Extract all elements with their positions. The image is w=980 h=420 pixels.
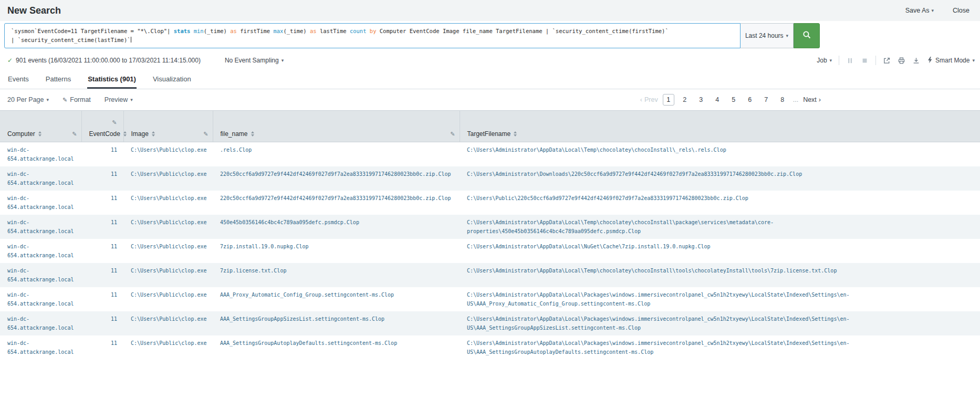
table-body: win-dc-654.attackrange.local11C:\Users\P… xyxy=(0,142,980,360)
cell-image[interactable]: C:\Users\Public\clop.exe xyxy=(123,335,213,360)
tab-statistics-901[interactable]: Statistics (901) xyxy=(87,70,137,89)
search-bar: `sysmon`EventCode=11 TargetFilename = "*… xyxy=(4,23,820,48)
cell-file-name[interactable]: .rels.Clop xyxy=(213,142,460,167)
column-header-file_name[interactable]: file_name✎ xyxy=(213,111,460,142)
pause-job-icon[interactable] xyxy=(846,57,854,65)
cell-target-filename[interactable]: C:\Users\Administrator\Downloads\220c50c… xyxy=(460,166,980,191)
cell-eventcode[interactable]: 11 xyxy=(81,311,123,335)
sort-icon[interactable] xyxy=(251,131,254,136)
edit-column-icon[interactable]: ✎ xyxy=(450,131,455,138)
sort-icon[interactable] xyxy=(38,131,41,136)
table-row: win-dc-654.attackrange.local11C:\Users\P… xyxy=(0,287,980,311)
cell-target-filename[interactable]: C:\Users\Administrator\AppData\Local\Tem… xyxy=(460,263,980,287)
search-button[interactable] xyxy=(794,23,820,48)
column-label: Image xyxy=(131,130,149,138)
sort-icon[interactable] xyxy=(514,131,517,136)
page-button-7[interactable]: 7 xyxy=(760,94,772,106)
cell-target-filename[interactable]: C:\Users\Administrator\AppData\Local\Tem… xyxy=(460,215,980,239)
cell-file-name[interactable]: AAA_SettingsGroupAutoplayDefaults.settin… xyxy=(213,335,460,360)
cell-eventcode[interactable]: 11 xyxy=(81,239,123,263)
cell-computer[interactable]: win-dc-654.attackrange.local xyxy=(0,311,81,335)
edit-column-icon[interactable]: ✎ xyxy=(72,131,77,138)
search-mode-menu[interactable]: Smart Mode ▾ xyxy=(927,56,975,65)
tab-events[interactable]: Events xyxy=(7,70,29,89)
cell-image[interactable]: C:\Users\Public\clop.exe xyxy=(123,166,213,191)
cell-computer[interactable]: win-dc-654.attackrange.local xyxy=(0,142,81,167)
cell-file-name[interactable]: 7zip.license.txt.Clop xyxy=(213,263,460,287)
cell-image[interactable]: C:\Users\Public\clop.exe xyxy=(123,191,213,215)
print-icon[interactable] xyxy=(898,57,905,65)
sort-icon[interactable] xyxy=(152,131,155,136)
format-menu[interactable]: ✎ Format xyxy=(62,96,91,103)
share-icon[interactable] xyxy=(883,57,891,65)
cell-image[interactable]: C:\Users\Public\clop.exe xyxy=(123,142,213,167)
column-label: Computer xyxy=(7,130,35,138)
time-range-picker[interactable]: Last 24 hours ▾ xyxy=(741,23,794,48)
cell-eventcode[interactable]: 11 xyxy=(81,142,123,167)
cell-eventcode[interactable]: 11 xyxy=(81,335,123,360)
job-menu[interactable]: Job ▾ xyxy=(817,57,832,64)
cell-computer[interactable]: win-dc-654.attackrange.local xyxy=(0,263,81,287)
page-button-5[interactable]: 5 xyxy=(728,94,739,106)
smart-mode-bolt-icon xyxy=(927,56,933,65)
cell-target-filename[interactable]: C:\Users\Administrator\AppData\Local\NuG… xyxy=(460,239,980,263)
edit-column-icon[interactable]: ✎ xyxy=(112,119,117,126)
cell-image[interactable]: C:\Users\Public\clop.exe xyxy=(123,263,213,287)
cell-computer[interactable]: win-dc-654.attackrange.local xyxy=(0,215,81,239)
page-button-6[interactable]: 6 xyxy=(744,94,756,106)
cell-file-name[interactable]: 450e45b0356146c4bc4c789aa095defc.psmdcp.… xyxy=(213,215,460,239)
cell-file-name[interactable]: AAA_Proxy_Automatic_Config_Group.setting… xyxy=(213,287,460,311)
cell-target-filename[interactable]: C:\Users\Administrator\AppData\Local\Pac… xyxy=(460,311,980,335)
cell-target-filename[interactable]: C:\Users\Public\220c50ccf6a9d9727e9f442d… xyxy=(460,191,980,215)
cell-target-filename[interactable]: C:\Users\Administrator\AppData\Local\Tem… xyxy=(460,142,980,167)
table-header-row: Computer✎✎EventCodeImage✎file_name✎Targe… xyxy=(0,111,980,142)
cell-image[interactable]: C:\Users\Public\clop.exe xyxy=(123,311,213,335)
column-header-eventcode[interactable]: ✎EventCode xyxy=(81,111,123,142)
sort-icon[interactable] xyxy=(123,131,127,136)
cell-eventcode[interactable]: 11 xyxy=(81,191,123,215)
page-button-3[interactable]: 3 xyxy=(695,94,707,106)
next-page-button[interactable]: Next › xyxy=(803,96,821,103)
cell-image[interactable]: C:\Users\Public\clop.exe xyxy=(123,239,213,263)
divider xyxy=(839,56,839,65)
page-button-8[interactable]: 8 xyxy=(777,94,788,106)
cell-file-name[interactable]: 220c50ccf6a9d9727e9f442df42469f027d9f7a2… xyxy=(213,191,460,215)
cell-image[interactable]: C:\Users\Public\clop.exe xyxy=(123,287,213,311)
cell-computer[interactable]: win-dc-654.attackrange.local xyxy=(0,191,81,215)
export-icon[interactable] xyxy=(912,57,920,65)
cell-eventcode[interactable]: 11 xyxy=(81,263,123,287)
page-button-2[interactable]: 2 xyxy=(679,94,691,106)
cell-eventcode[interactable]: 11 xyxy=(81,287,123,311)
cell-target-filename[interactable]: C:\Users\Administrator\AppData\Local\Pac… xyxy=(460,287,980,311)
cell-file-name[interactable]: AAA_SettingsGroupAppSizesList.settingcon… xyxy=(213,311,460,335)
per-page-menu[interactable]: 20 Per Page ▾ xyxy=(7,96,49,103)
prev-page-button: ‹ Prev xyxy=(640,96,658,103)
column-header-target[interactable]: TargetFilename xyxy=(460,111,980,142)
cell-eventcode[interactable]: 11 xyxy=(81,215,123,239)
cell-computer[interactable]: win-dc-654.attackrange.local xyxy=(0,335,81,360)
stop-job-icon[interactable] xyxy=(861,57,869,65)
tab-patterns[interactable]: Patterns xyxy=(45,70,71,89)
cell-eventcode[interactable]: 11 xyxy=(81,166,123,191)
close-button[interactable]: Close xyxy=(953,7,969,14)
search-query: `sysmon`EventCode=11 TargetFilename = "*… xyxy=(11,27,734,45)
cell-image[interactable]: C:\Users\Public\clop.exe xyxy=(123,215,213,239)
column-header-computer[interactable]: Computer✎ xyxy=(0,111,81,142)
save-as-button[interactable]: Save As ▾ xyxy=(905,7,934,14)
page-button-4[interactable]: 4 xyxy=(712,94,723,106)
cell-file-name[interactable]: 220c50ccf6a9d9727e9f442df42469f027d9f7a2… xyxy=(213,166,460,191)
edit-column-icon[interactable]: ✎ xyxy=(203,131,208,138)
page-button-1[interactable]: 1 xyxy=(663,94,674,106)
search-input[interactable]: `sysmon`EventCode=11 TargetFilename = "*… xyxy=(4,23,741,48)
preview-menu[interactable]: Preview ▾ xyxy=(105,96,133,103)
cell-computer[interactable]: win-dc-654.attackrange.local xyxy=(0,287,81,311)
caret-down-icon: ▾ xyxy=(830,58,832,63)
cell-file-name[interactable]: 7zip.install.19.0.nupkg.Clop xyxy=(213,239,460,263)
cell-target-filename[interactable]: C:\Users\Administrator\AppData\Local\Pac… xyxy=(460,335,980,360)
tab-visualization[interactable]: Visualization xyxy=(152,70,192,89)
cell-computer[interactable]: win-dc-654.attackrange.local xyxy=(0,166,81,191)
column-header-image[interactable]: Image✎ xyxy=(123,111,213,142)
cell-computer[interactable]: win-dc-654.attackrange.local xyxy=(0,239,81,263)
chevron-left-icon: ‹ xyxy=(640,96,642,103)
event-sampling-menu[interactable]: No Event Sampling ▾ xyxy=(225,57,284,64)
